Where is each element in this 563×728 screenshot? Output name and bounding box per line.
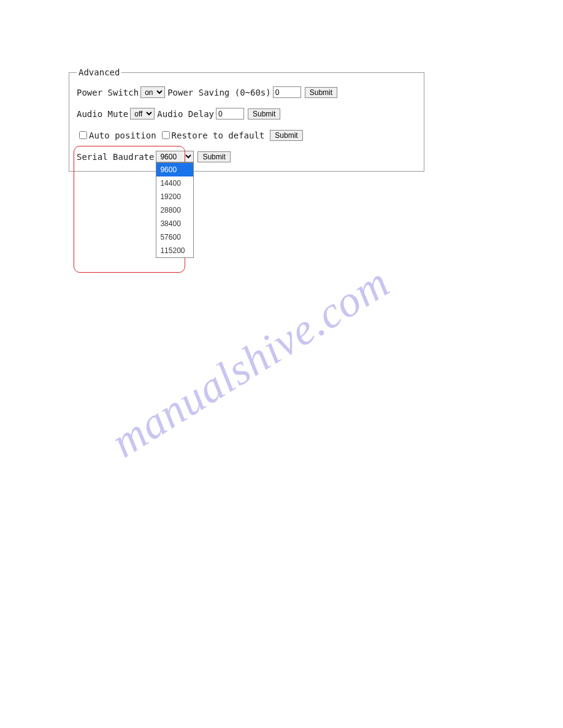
baudrate-option[interactable]: 14400 — [156, 176, 193, 190]
audio-mute-select[interactable]: off — [130, 108, 155, 119]
serial-baudrate-select[interactable]: 9600 — [156, 151, 194, 162]
audio-delay-label: Audio Delay — [157, 109, 214, 119]
watermark-text: manualshive.com — [102, 257, 398, 468]
baudrate-option[interactable]: 115200 — [156, 244, 193, 257]
auto-position-label: Auto position — [89, 131, 156, 140]
baudrate-option[interactable]: 57600 — [156, 230, 193, 244]
baudrate-option[interactable]: 9600 — [156, 163, 193, 176]
submit-button-row2[interactable]: Submit — [248, 108, 280, 119]
row-baudrate: Serial Baudrate 9600 9600 14400 19200 28… — [77, 151, 416, 162]
baudrate-dropdown-list: 9600 14400 19200 28800 38400 57600 11520… — [156, 162, 194, 258]
power-saving-input[interactable] — [273, 86, 301, 98]
baudrate-option[interactable]: 28800 — [156, 203, 193, 217]
submit-button-row3[interactable]: Submit — [270, 130, 302, 141]
submit-button-row4[interactable]: Submit — [197, 151, 230, 162]
audio-delay-input[interactable] — [216, 108, 244, 119]
restore-default-checkbox[interactable] — [162, 131, 170, 139]
submit-button-row1[interactable]: Submit — [305, 87, 337, 98]
auto-position-checkbox[interactable] — [79, 131, 87, 139]
power-switch-label: Power Switch — [77, 88, 139, 97]
power-switch-select[interactable]: on — [140, 86, 165, 98]
serial-baudrate-label: Serial Baudrate — [77, 152, 154, 162]
fieldset-legend: Advanced — [77, 67, 121, 77]
advanced-fieldset: Advanced Power Switch on Power Saving (0… — [69, 67, 424, 172]
baudrate-option[interactable]: 19200 — [156, 190, 193, 203]
restore-default-label: Restore to default — [172, 131, 265, 140]
power-saving-label: Power Saving (0~60s) — [167, 88, 271, 97]
row-audio: Audio Mute off Audio Delay Submit — [77, 108, 416, 119]
row-power: Power Switch on Power Saving (0~60s) Sub… — [77, 86, 416, 98]
baudrate-option[interactable]: 38400 — [156, 217, 193, 230]
row-checkboxes: Auto position Restore to default Submit — [77, 129, 416, 141]
audio-mute-label: Audio Mute — [77, 109, 128, 119]
